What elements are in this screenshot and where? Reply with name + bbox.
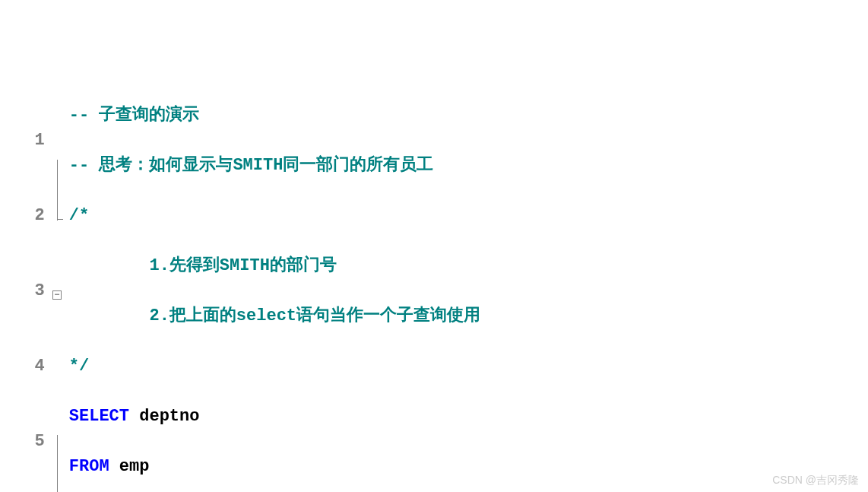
fold-guide-line (57, 160, 58, 221)
line-number: 5 (5, 429, 45, 454)
line-number: 4 (5, 354, 45, 379)
comment-text: 1.先得到SMITH的部门号 (69, 253, 337, 278)
fold-guide-line (57, 435, 58, 492)
fold-toggle-icon[interactable]: − (52, 290, 62, 300)
keyword: SELECT (69, 404, 129, 429)
code-line[interactable]: /* (69, 203, 868, 228)
comment-text: /* (69, 203, 89, 228)
code-line[interactable]: 1.先得到SMITH的部门号 (69, 253, 868, 278)
identifier: emp (109, 454, 150, 479)
line-number-gutter: 1 2 3 4 5 6 7 8 9 10 11 12 13 14 15 16 1… (0, 76, 51, 492)
line-number: 1 (5, 128, 45, 153)
line-number: 2 (5, 203, 45, 228)
code-line[interactable]: 2.把上面的select语句当作一个子查询使用 (69, 303, 868, 329)
fold-guide-end (57, 219, 63, 220)
code-area[interactable]: -- 子查询的演示 -- 思考：如何显示与SMITH同一部门的所有员工 /* 1… (66, 76, 868, 492)
comment-text: -- 思考：如何显示与SMITH同一部门的所有员工 (69, 153, 434, 178)
code-line[interactable]: */ (69, 354, 868, 379)
code-line[interactable]: -- 子查询的演示 (69, 103, 868, 128)
watermark-text: CSDN @吉冈秀隆 (772, 474, 859, 487)
code-line[interactable]: SELECT deptno (69, 404, 868, 429)
identifier: deptno (129, 404, 199, 429)
code-line[interactable]: -- 思考：如何显示与SMITH同一部门的所有员工 (69, 153, 868, 178)
keyword: FROM (69, 454, 109, 479)
comment-text: 2.把上面的select语句当作一个子查询使用 (69, 303, 480, 329)
code-editor: 1 2 3 4 5 6 7 8 9 10 11 12 13 14 15 16 1… (0, 76, 868, 492)
fold-gutter: − − (51, 76, 66, 492)
code-line[interactable]: FROM emp (69, 454, 868, 479)
line-number: 3 (5, 278, 45, 303)
